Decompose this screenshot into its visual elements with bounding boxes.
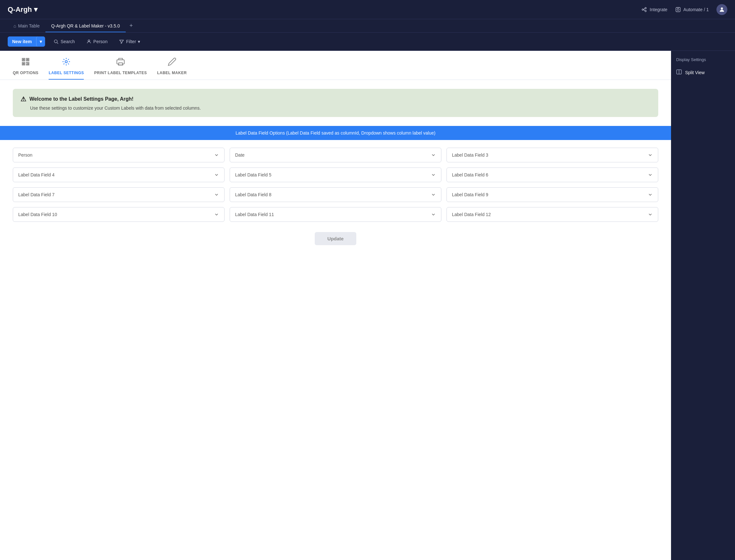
chevron-down-icon [214, 192, 219, 197]
new-item-btn-group: New item ▾ [8, 36, 45, 47]
person-label: Person [93, 39, 107, 44]
person-icon [86, 39, 91, 44]
svg-point-6 [677, 9, 679, 11]
filter-chevron-icon: ▾ [138, 39, 140, 44]
svg-marker-12 [120, 40, 123, 43]
warning-icon: ⚠ [20, 95, 26, 103]
svg-rect-23 [119, 63, 122, 65]
person-filter-button[interactable]: Person [83, 36, 111, 47]
tab-qr-label-text: Q-Argh QR & Label Maker - v3.5.0 [51, 23, 120, 28]
chevron-down-icon [648, 152, 653, 158]
chevron-down-icon [431, 212, 436, 217]
label-maker-icon [168, 57, 176, 68]
dropdown-4-value: Label Data Field 4 [18, 172, 55, 177]
filter-label: Filter [126, 39, 136, 44]
right-sidebar: Display Settings Split View [671, 51, 735, 560]
tab-label-settings[interactable]: LABEL SETTINGS [49, 57, 84, 80]
chevron-down-icon [214, 152, 219, 158]
update-btn-wrap: Update [0, 229, 671, 253]
dropdown-2[interactable]: Date [230, 148, 442, 162]
dropdown-6[interactable]: Label Data Field 6 [447, 167, 658, 182]
integrate-button[interactable]: Integrate [641, 7, 667, 12]
plus-icon: + [129, 22, 133, 29]
svg-point-0 [645, 7, 647, 9]
integrate-icon [641, 7, 647, 12]
tab-qr-options[interactable]: QR OPTIONS [13, 57, 38, 80]
dropdowns-grid: Person Date Label Data Field 3 Label Dat… [0, 148, 671, 222]
tab-label-settings-label: LABEL SETTINGS [49, 71, 84, 75]
chevron-down-icon [648, 192, 653, 197]
new-item-arrow-icon: ▾ [40, 39, 42, 44]
welcome-title-text: Welcome to the Label Settings Page, Argh… [29, 96, 133, 102]
dropdown-12[interactable]: Label Data Field 12 [447, 207, 658, 222]
avatar-icon [719, 6, 725, 13]
dropdown-9-value: Label Data Field 9 [452, 192, 489, 197]
tab-main-table-label: Main Table [18, 23, 39, 28]
label-settings-icon [62, 57, 71, 68]
svg-rect-18 [27, 64, 29, 65]
top-bar: Q-Argh ▾ Integrate Automate / 1 [0, 0, 735, 19]
welcome-banner-text: Use these settings to customize your Cus… [30, 105, 651, 111]
filter-icon [119, 39, 124, 44]
dropdown-7[interactable]: Label Data Field 7 [13, 187, 224, 202]
main-wrapper: QR OPTIONS LABEL SETTINGS [0, 51, 735, 560]
svg-point-11 [88, 40, 90, 42]
search-icon [53, 39, 59, 44]
dropdown-10-value: Label Data Field 10 [18, 212, 57, 217]
info-bar-text: Label Data Field Options (Label Data Fie… [236, 130, 436, 136]
svg-line-3 [644, 8, 645, 9]
tab-add-button[interactable]: + [126, 19, 137, 32]
sidebar-split-view[interactable]: Split View [676, 67, 730, 78]
svg-rect-19 [23, 59, 24, 60]
home-icon: ⌂ [13, 23, 16, 28]
tab-label-maker-label: LABEL MAKER [157, 71, 187, 75]
new-item-dropdown-button[interactable]: ▾ [36, 36, 45, 47]
svg-rect-17 [28, 62, 29, 64]
update-button[interactable]: Update [315, 232, 356, 245]
info-bar: Label Data Field Options (Label Data Fie… [0, 126, 671, 140]
svg-point-22 [65, 61, 67, 63]
chevron-down-icon [431, 152, 436, 158]
app-title[interactable]: Q-Argh ▾ [8, 5, 37, 14]
search-button[interactable]: Search [50, 36, 78, 47]
dropdown-3[interactable]: Label Data Field 3 [447, 148, 658, 162]
svg-line-4 [644, 10, 645, 11]
app-title-chevron: ▾ [34, 5, 37, 14]
dropdown-10[interactable]: Label Data Field 10 [13, 207, 224, 222]
dropdown-8-value: Label Data Field 8 [235, 192, 271, 197]
svg-point-1 [642, 9, 644, 10]
automate-label: Automate / 1 [684, 7, 709, 12]
dropdown-5-value: Label Data Field 5 [235, 172, 271, 177]
automate-icon [675, 7, 681, 12]
dropdown-9[interactable]: Label Data Field 9 [447, 187, 658, 202]
tab-print-label-label: PRINT LABEL TEMPLATES [94, 71, 147, 75]
dropdown-1[interactable]: Person [13, 148, 224, 162]
automate-button[interactable]: Automate / 1 [675, 7, 709, 12]
content-area: QR OPTIONS LABEL SETTINGS [0, 51, 671, 560]
user-avatar[interactable] [716, 4, 727, 15]
svg-rect-20 [27, 59, 28, 60]
content-tabs: QR OPTIONS LABEL SETTINGS [0, 51, 671, 80]
dropdown-6-value: Label Data Field 6 [452, 172, 489, 177]
tab-label-maker[interactable]: LABEL MAKER [157, 57, 187, 80]
filter-button[interactable]: Filter ▾ [116, 36, 143, 47]
chevron-down-icon [214, 212, 219, 217]
tab-qr-options-label: QR OPTIONS [13, 71, 38, 75]
dropdown-8[interactable]: Label Data Field 8 [230, 187, 442, 202]
chevron-down-icon [214, 172, 219, 177]
welcome-banner-title: ⚠ Welcome to the Label Settings Page, Ar… [20, 95, 651, 103]
dropdown-12-value: Label Data Field 12 [452, 212, 491, 217]
svg-point-9 [54, 40, 57, 43]
tab-bar: ⌂ Main Table Q-Argh QR & Label Maker - v… [0, 19, 735, 33]
dropdown-5[interactable]: Label Data Field 5 [230, 167, 442, 182]
new-item-button[interactable]: New item [8, 36, 36, 47]
tab-print-label[interactable]: PRINT LABEL TEMPLATES [94, 57, 147, 80]
svg-rect-21 [23, 63, 24, 65]
search-label: Search [60, 39, 74, 44]
dropdown-2-value: Date [235, 152, 245, 158]
tab-main-table[interactable]: ⌂ Main Table [8, 20, 45, 32]
dropdown-4[interactable]: Label Data Field 4 [13, 167, 224, 182]
dropdown-11[interactable]: Label Data Field 11 [230, 207, 442, 222]
dropdown-11-value: Label Data Field 11 [235, 212, 274, 217]
tab-qr-label[interactable]: Q-Argh QR & Label Maker - v3.5.0 [45, 20, 126, 32]
